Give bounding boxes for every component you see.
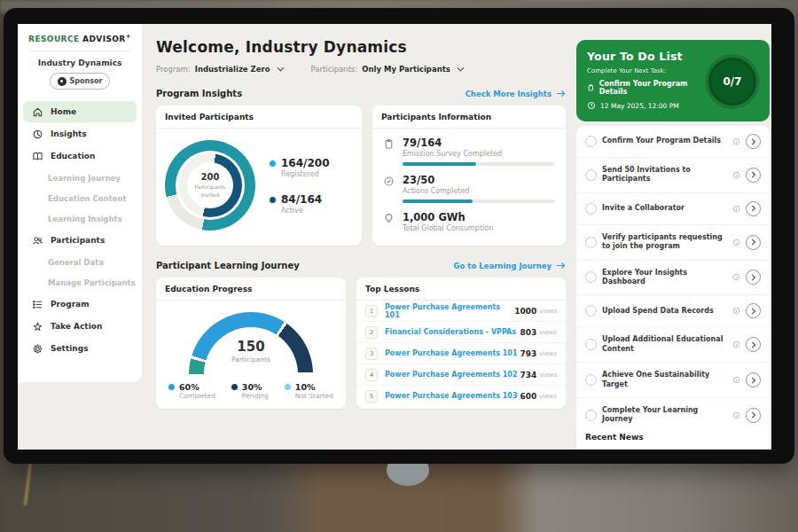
info-icon[interactable]	[732, 273, 740, 281]
participants-information-card: Participants Information 79/164 Emission…	[372, 106, 566, 246]
task-checkbox[interactable]	[585, 136, 597, 147]
lesson-link[interactable]: Power Purchase Agreements 101	[385, 349, 520, 357]
legend-dot-completed	[168, 384, 175, 390]
program-select[interactable]: Program: Industrialize Zero	[156, 65, 285, 74]
info-icon[interactable]	[732, 411, 740, 419]
sidebar-item-learning-journey[interactable]: Learning Journey	[18, 168, 142, 188]
gear-icon	[32, 343, 43, 355]
task-open-button[interactable]	[746, 201, 761, 216]
task-label: Explore Your Insights Dashboard	[602, 269, 727, 287]
task-open-button[interactable]	[746, 303, 761, 318]
task-checkbox[interactable]	[585, 339, 597, 350]
legend-item-registered: 164/200 Registered	[270, 157, 329, 178]
sidebar-item-home[interactable]: Home	[23, 101, 137, 122]
task-row: Achieve One Sustainability Target	[576, 363, 770, 398]
views-suffix: views	[539, 393, 557, 400]
info-icon[interactable]	[732, 340, 740, 348]
views-suffix: views	[539, 350, 557, 357]
info-icon[interactable]	[732, 171, 740, 179]
sidebar-item-insights[interactable]: Insights	[23, 123, 137, 145]
sidebar-item-label: Learning Insights	[48, 215, 122, 223]
lesson-rank: 1	[365, 305, 378, 317]
sidebar-item-general-data[interactable]: General Data	[18, 252, 142, 272]
task-row: Send 50 Invitations to Participants	[576, 158, 770, 193]
sidebar-item-participants[interactable]: Participants	[23, 230, 137, 251]
lesson-link[interactable]: Financial Considerations - VPPAs	[385, 328, 520, 336]
lesson-rank: 2	[365, 326, 378, 339]
lesson-link[interactable]: Power Purchase Agreements 102	[385, 371, 520, 379]
sidebar-item-take-action[interactable]: Take Action	[23, 316, 137, 337]
card-title: Invited Participants	[156, 106, 362, 129]
arrow-right-icon	[556, 262, 566, 270]
participants-select[interactable]: Participants: Only My Participants	[311, 65, 465, 74]
task-label: Verify participants requesting to join t…	[602, 233, 727, 252]
logo-resource: RESOURCE	[28, 35, 79, 43]
legend-value: 164/200	[281, 157, 329, 169]
info-icon[interactable]	[732, 205, 740, 213]
todo-summary-card: Your To Do List Complete Your Next Task:…	[576, 40, 770, 121]
task-open-button[interactable]	[746, 235, 761, 250]
task-label: Achieve One Sustainability Target	[602, 371, 727, 389]
lesson-row: 2 Financial Considerations - VPPAs 803 v…	[356, 322, 566, 343]
lesson-views: 600	[520, 392, 536, 401]
spark-icon	[32, 321, 43, 332]
check-more-insights-link[interactable]: Check More Insights	[466, 90, 566, 98]
task-checkbox[interactable]	[585, 203, 597, 215]
sidebar-item-label: Settings	[51, 344, 88, 353]
insights-cards-row: Invited Participants 200 Participants In…	[156, 106, 566, 246]
clock-icon	[587, 101, 596, 110]
stat-value: 1,000 GWh	[403, 211, 493, 223]
task-open-button[interactable]	[746, 270, 761, 285]
info-icon[interactable]	[732, 376, 740, 384]
participants-value: Only My Participants	[362, 65, 450, 74]
org-name: Industry Dynamics	[18, 59, 142, 67]
sidebar-item-education-content[interactable]: Education Content	[18, 188, 142, 208]
donut-center-value: 200	[201, 172, 220, 182]
section-title: Program Insights	[156, 89, 242, 98]
lesson-link[interactable]: Power Purchase Agreements 103	[385, 392, 520, 400]
task-label: Send 50 Invitations to Participants	[602, 166, 727, 184]
task-checkbox[interactable]	[585, 237, 597, 248]
lesson-rank: 5	[365, 390, 378, 403]
info-icon[interactable]	[732, 307, 740, 315]
legend-label: Active	[281, 207, 322, 215]
sidebar-item-manage-participants[interactable]: Manage Participants	[18, 272, 142, 293]
lesson-views: 1000	[514, 307, 536, 316]
stat-label: Emission Survey Completed	[403, 150, 555, 158]
lesson-views: 793	[520, 349, 536, 358]
chevron-right-icon	[751, 341, 756, 348]
views-suffix: views	[539, 372, 557, 379]
task-label: Upload Spend Data Records	[602, 307, 727, 316]
sponsor-badge[interactable]: Sponsor	[50, 73, 110, 90]
info-icon[interactable]	[732, 137, 740, 145]
task-open-button[interactable]	[746, 168, 761, 183]
donut-legend: 164/200 Registered 84/164 Active	[270, 157, 329, 215]
task-open-button[interactable]	[746, 408, 761, 423]
lesson-rank: 3	[365, 348, 378, 360]
go-to-learning-journey-link[interactable]: Go to Learning Journey	[454, 262, 566, 270]
progress-fill	[403, 200, 473, 203]
legend-item-not-started: 10% Not Started	[285, 382, 333, 400]
task-row: Explore Your Insights Dashboard	[576, 261, 770, 296]
program-insights-header: Program Insights Check More Insights	[156, 89, 566, 98]
info-icon[interactable]	[732, 239, 740, 246]
todo-next-task-label: Confirm Your Program Details	[599, 80, 702, 96]
sidebar-item-label: Education Content	[48, 194, 127, 203]
lesson-link[interactable]: Power Purchase Agreements 101	[385, 303, 514, 319]
sidebar-item-education[interactable]: Education	[23, 145, 137, 167]
task-checkbox[interactable]	[585, 305, 597, 317]
task-row: Upload Additional Educational Content	[576, 327, 770, 363]
task-checkbox[interactable]	[585, 374, 597, 386]
task-checkbox[interactable]	[585, 169, 597, 181]
task-open-button[interactable]	[746, 372, 761, 387]
sidebar-item-program[interactable]: Program	[23, 293, 137, 315]
task-checkbox[interactable]	[585, 410, 597, 421]
task-row: Verify participants requesting to join t…	[576, 225, 770, 261]
chevron-right-icon	[751, 274, 756, 281]
sidebar-item-settings[interactable]: Settings	[23, 338, 137, 359]
task-open-button[interactable]	[746, 337, 761, 352]
sidebar-item-learning-insights[interactable]: Learning Insights	[18, 208, 142, 229]
task-open-button[interactable]	[746, 134, 761, 149]
lesson-rank: 4	[365, 369, 378, 381]
task-checkbox[interactable]	[585, 271, 597, 283]
